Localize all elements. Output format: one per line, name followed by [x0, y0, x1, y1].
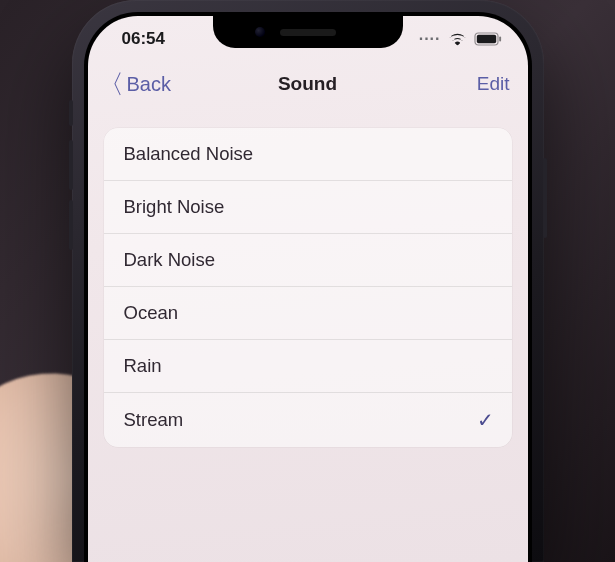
sound-row-stream[interactable]: Stream ✓: [104, 393, 512, 447]
mute-switch: [69, 100, 73, 126]
sound-label: Balanced Noise: [124, 143, 254, 165]
svg-rect-1: [476, 35, 495, 43]
sound-row-rain[interactable]: Rain: [104, 340, 512, 393]
sound-row-bright-noise[interactable]: Bright Noise: [104, 181, 512, 234]
sound-label: Dark Noise: [124, 249, 216, 271]
sound-row-balanced-noise[interactable]: Balanced Noise: [104, 128, 512, 181]
svg-rect-2: [499, 37, 501, 42]
wifi-icon: [448, 32, 467, 46]
sound-list: Balanced Noise Bright Noise Dark Noise O…: [104, 128, 512, 447]
volume-down-button: [69, 200, 73, 250]
nav-bar: 〈 Back Sound Edit: [88, 60, 528, 108]
sound-label: Bright Noise: [124, 196, 225, 218]
earpiece-speaker: [280, 29, 336, 36]
status-time: 06:54: [122, 29, 165, 49]
sound-label: Ocean: [124, 302, 179, 324]
sound-row-dark-noise[interactable]: Dark Noise: [104, 234, 512, 287]
volume-up-button: [69, 140, 73, 190]
screen: 06:54 ∙∙∙∙ 〈 Back Sound Edit: [88, 16, 528, 562]
notch: [213, 16, 403, 48]
sound-label: Stream: [124, 409, 184, 431]
checkmark-icon: ✓: [477, 408, 494, 432]
sound-label: Rain: [124, 355, 162, 377]
power-button: [543, 158, 547, 238]
iphone-frame: 06:54 ∙∙∙∙ 〈 Back Sound Edit: [72, 0, 544, 562]
cell-signal-icon: ∙∙∙∙: [419, 31, 441, 47]
page-title: Sound: [88, 73, 528, 95]
battery-icon: [474, 32, 502, 46]
front-camera: [255, 27, 265, 37]
sound-row-ocean[interactable]: Ocean: [104, 287, 512, 340]
